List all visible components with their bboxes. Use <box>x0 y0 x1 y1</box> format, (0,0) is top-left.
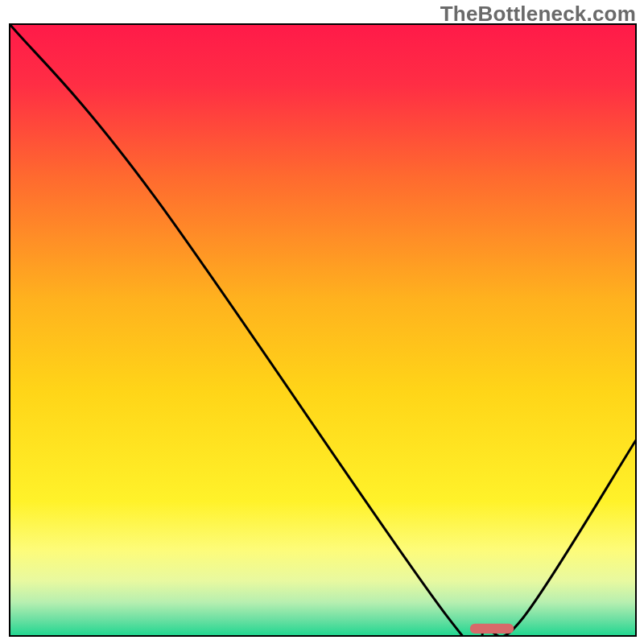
bottleneck-chart: TheBottleneck.com <box>0 0 644 644</box>
plot-svg <box>0 0 644 644</box>
watermark-text: TheBottleneck.com <box>440 2 636 27</box>
sweet-spot-marker <box>470 624 514 634</box>
gradient-background <box>10 24 636 636</box>
